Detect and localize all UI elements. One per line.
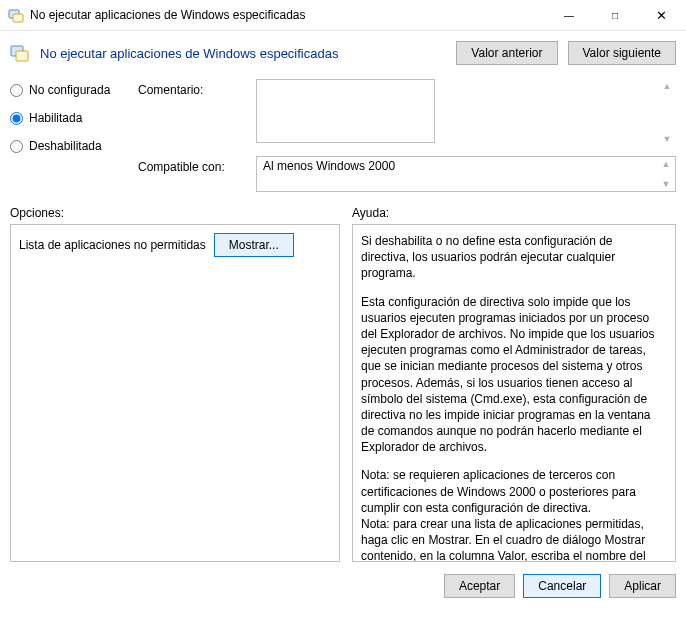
lower-panels: Lista de aplicaciones no permitidas Most…	[0, 224, 686, 562]
apply-button[interactable]: Aplicar	[609, 574, 676, 598]
disallowed-apps-row: Lista de aplicaciones no permitidas Most…	[19, 233, 331, 257]
radio-enabled-label: Habilitada	[29, 111, 82, 125]
svg-rect-1	[13, 14, 23, 22]
window-controls: — □ ✕	[546, 0, 684, 30]
comment-scroll-icon: ▲▼	[660, 81, 674, 144]
footer-buttons: Aceptar Cancelar Aplicar	[0, 562, 686, 610]
policy-title: No ejecutar aplicaciones de Windows espe…	[40, 46, 446, 61]
help-p4: Nota: para crear una lista de aplicacion…	[361, 516, 655, 562]
help-p2: Esta configuración de directiva solo imp…	[361, 294, 655, 456]
section-labels: Opciones: Ayuda:	[0, 192, 686, 224]
svg-rect-3	[16, 51, 28, 61]
help-p1: Si deshabilita o no define esta configur…	[361, 233, 655, 282]
comment-label: Comentario:	[138, 79, 248, 146]
options-panel: Lista de aplicaciones no permitidas Most…	[10, 224, 340, 562]
ok-button[interactable]: Aceptar	[444, 574, 515, 598]
radio-disabled[interactable]: Deshabilitada	[10, 139, 130, 153]
comment-input[interactable]	[256, 79, 435, 143]
header-row: No ejecutar aplicaciones de Windows espe…	[0, 31, 686, 73]
fields-col: Comentario: ▲▼ Compatible con: Al menos …	[138, 79, 676, 192]
radio-enabled[interactable]: Habilitada	[10, 111, 130, 125]
titlebar: No ejecutar aplicaciones de Windows espe…	[0, 0, 686, 31]
minimize-button[interactable]: —	[546, 0, 592, 30]
state-radio-group: No configurada Habilitada Deshabilitada	[10, 79, 130, 192]
compat-scroll-icon: ▲▼	[659, 159, 673, 189]
compat-value-box: Al menos Windows 2000 ▲▼	[256, 156, 676, 192]
compat-label: Compatible con:	[138, 156, 248, 192]
help-p3: Nota: se requieren aplicaciones de terce…	[361, 467, 655, 516]
compat-value: Al menos Windows 2000	[263, 159, 395, 173]
next-setting-button[interactable]: Valor siguiente	[568, 41, 677, 65]
gpo-header-icon	[10, 43, 30, 63]
help-panel[interactable]: Si deshabilita o no define esta configur…	[352, 224, 676, 562]
maximize-button[interactable]: □	[592, 0, 638, 30]
radio-not-configured[interactable]: No configurada	[10, 83, 130, 97]
window-title: No ejecutar aplicaciones de Windows espe…	[30, 8, 546, 22]
close-button[interactable]: ✕	[638, 0, 684, 30]
radio-enabled-input[interactable]	[10, 112, 23, 125]
options-section-label: Opciones:	[10, 206, 340, 220]
radio-disabled-input[interactable]	[10, 140, 23, 153]
prev-setting-button[interactable]: Valor anterior	[456, 41, 557, 65]
gpo-icon	[8, 7, 24, 23]
radio-not-configured-input[interactable]	[10, 84, 23, 97]
compat-row: Compatible con: Al menos Windows 2000 ▲▼	[138, 156, 676, 192]
radio-not-configured-label: No configurada	[29, 83, 110, 97]
disallowed-apps-label: Lista de aplicaciones no permitidas	[19, 238, 206, 252]
show-button[interactable]: Mostrar...	[214, 233, 294, 257]
config-area: No configurada Habilitada Deshabilitada …	[0, 73, 686, 192]
comment-row: Comentario: ▲▼	[138, 79, 676, 146]
cancel-button[interactable]: Cancelar	[523, 574, 601, 598]
radio-disabled-label: Deshabilitada	[29, 139, 102, 153]
help-section-label: Ayuda:	[352, 206, 676, 220]
